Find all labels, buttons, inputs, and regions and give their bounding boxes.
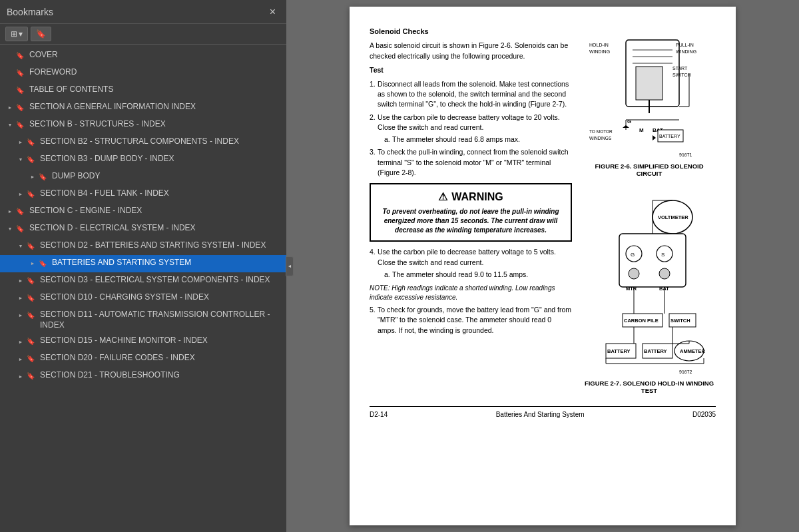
expand-icon-section-c[interactable]	[5, 207, 15, 216]
warning-box: ⚠ WARNING To prevent overheating, do not…	[370, 183, 572, 242]
pdf-right-column: HOLD-IN WINDING PULL-IN WINDING G M BAT	[583, 27, 716, 399]
expand-icon-section-d[interactable]	[5, 224, 15, 234]
expand-icon-section-b4[interactable]	[16, 190, 25, 199]
bookmark-section-d20[interactable]: SECTION D20 - FAILURE CODES - INDEX	[0, 350, 286, 368]
expand-icon-section-b3[interactable]	[16, 155, 25, 164]
bookmark-label-section-d21: SECTION D21 - TROUBLESHOOTING	[40, 370, 282, 381]
bookmark-section-b4[interactable]: SECTION B4 - FUEL TANK - INDEX	[0, 186, 286, 203]
svg-text:SWITCH: SWITCH	[672, 73, 691, 77]
bookmark-label-section-d11: SECTION D11 - AUTOMATIC TRANSMISSION CON…	[40, 310, 282, 330]
bookmark-section-b2[interactable]: SECTION B2 - STRUCTURAL COMPONENTS - IND…	[0, 134, 286, 151]
bookmark-dump-body[interactable]: DUMP BODY	[0, 168, 286, 186]
diagram-fig2-7: VOLTMETER G S MTR	[583, 190, 716, 394]
bookmark-icon-section-d10	[27, 293, 36, 302]
bookmark-icon-section-a	[16, 103, 25, 112]
svg-text:BATTERY: BATTERY	[659, 134, 680, 138]
dropdown-arrow: ▾	[19, 29, 23, 39]
bookmark-icon-section-d2	[27, 241, 36, 250]
bookmark-label-cover: COVER	[29, 50, 282, 61]
bookmark-section-d[interactable]: SECTION D - ELECTRICAL SYSTEM - INDEX	[0, 220, 286, 238]
bookmark-icon-foreword	[16, 68, 25, 77]
expand-icon-section-d20[interactable]	[16, 354, 25, 364]
bookmark-section-c[interactable]: SECTION C - ENGINE - INDEX	[0, 203, 286, 220]
expand-icon-section-d11[interactable]	[16, 311, 25, 320]
bookmark-section-d10[interactable]: SECTION D10 - CHARGING SYSTEM - INDEX	[0, 290, 286, 307]
warning-text-label: WARNING	[451, 190, 503, 204]
bookmark-tree[interactable]: COVER FOREWORD TABLE OF CONTENTS SECTION…	[0, 45, 286, 532]
svg-text:SWITCH: SWITCH	[670, 318, 690, 324]
grid-icon: ⊞	[11, 29, 17, 39]
svg-text:MTR: MTR	[626, 286, 637, 292]
bookmark-batteries-starting[interactable]: BATTERIES AND STARTING SYSTEM	[0, 255, 286, 272]
close-button[interactable]: ×	[266, 5, 280, 19]
pdf-section-title: Solenoid Checks	[370, 27, 572, 37]
bookmark-options-button[interactable]: 🔖	[31, 27, 51, 41]
pdf-sub-steps-2: The ammeter should read 6.8 amps max.	[384, 134, 572, 144]
svg-text:BATTERY: BATTERY	[607, 348, 631, 354]
footer-page-number: D2-14	[370, 411, 388, 418]
expand-icon-section-d2[interactable]	[16, 242, 25, 251]
svg-text:WINDING: WINDING	[676, 49, 696, 54]
expand-icon-section-b2[interactable]	[16, 138, 25, 147]
bookmark-icon-cover	[16, 51, 25, 60]
bookmark-section-d2[interactable]: SECTION D2 - BATTERIES AND STARTING SYST…	[0, 238, 286, 255]
bookmark-label-section-d3: SECTION D3 - ELECTRICAL SYSTEM COMPONENT…	[40, 275, 282, 286]
expand-icon-section-a[interactable]	[5, 103, 15, 113]
toolbar-row: ⊞ ▾ 🔖	[0, 24, 286, 45]
bookmark-toc[interactable]: TABLE OF CONTENTS	[0, 82, 286, 99]
bookmark-section-b[interactable]: SECTION B - STRUCTURES - INDEX	[0, 117, 286, 134]
svg-text:TO MOTOR: TO MOTOR	[589, 129, 613, 134]
svg-text:CARBON PILE: CARBON PILE	[624, 318, 659, 324]
pdf-sub-steps-4: The ammeter should read 9.0 to 11.5 amps…	[384, 270, 572, 280]
expand-icon-section-d10[interactable]	[16, 294, 25, 303]
fig2-6-caption: FIGURE 2-6. SIMPLIFIED SOLENOID CIRCUIT	[583, 162, 716, 177]
bookmark-section-d11[interactable]: SECTION D11 - AUTOMATIC TRANSMISSION CON…	[0, 307, 286, 333]
bookmark-icon-section-b3	[27, 154, 36, 164]
svg-text:START: START	[672, 66, 688, 71]
expand-icon-section-d15[interactable]	[16, 337, 25, 346]
bookmark-section-d21[interactable]: SECTION D21 - TROUBLESHOOTING	[0, 368, 286, 385]
bookmark-section-b3[interactable]: SECTION B3 - DUMP BODY - INDEX	[0, 151, 286, 168]
bookmark-icon-section-d15	[27, 336, 36, 346]
bookmark-section-a[interactable]: SECTION A GENERAL INFORMATION INDEX	[0, 99, 286, 117]
svg-text:91672: 91672	[679, 370, 692, 374]
panel-collapse-handle[interactable]	[286, 256, 294, 276]
svg-text:G: G	[631, 252, 635, 258]
pdf-step-2: Use the carbon pile to decrease battery …	[370, 113, 572, 145]
bookmark-icon-section-b4	[27, 189, 36, 198]
expand-all-button[interactable]: ⊞ ▾	[5, 27, 28, 41]
bookmark-icon: 🔖	[36, 29, 46, 39]
warning-triangle-icon: ⚠	[438, 190, 447, 204]
expand-icon-dump-body[interactable]	[28, 172, 37, 182]
pdf-test-label: Test	[370, 65, 572, 75]
bookmarks-header: Bookmarks ×	[0, 0, 286, 24]
bookmark-label-section-d20: SECTION D20 - FAILURE CODES - INDEX	[40, 353, 282, 364]
warning-body: To prevent overheating, do not leave the…	[378, 207, 564, 235]
bookmark-section-d3[interactable]: SECTION D3 - ELECTRICAL SYSTEM COMPONENT…	[0, 272, 286, 290]
bookmark-label-toc: TABLE OF CONTENTS	[29, 85, 282, 95]
solenoid-test-svg: VOLTMETER G S MTR	[586, 190, 712, 377]
pdf-intro: A basic solenoid circuit is shown in Fig…	[370, 41, 572, 61]
bookmark-foreword[interactable]: FOREWORD	[0, 65, 286, 82]
bookmark-label-section-d15: SECTION D15 - MACHINE MONITOR - INDEX	[40, 336, 282, 346]
svg-text:BATTERY: BATTERY	[644, 348, 667, 354]
bookmarks-title: Bookmarks	[7, 7, 53, 17]
svg-text:VOLTMETER: VOLTMETER	[658, 214, 688, 220]
pdf-sub-step-4a: The ammeter should read 9.0 to 11.5 amps…	[384, 270, 572, 280]
bookmark-icon-section-b2	[27, 137, 36, 146]
pdf-content[interactable]: Solenoid Checks A basic solenoid circuit…	[286, 0, 799, 532]
expand-icon-batteries-starting[interactable]	[28, 259, 37, 268]
expand-icon-section-d3[interactable]	[16, 276, 25, 286]
expand-icon-section-d21[interactable]	[16, 372, 25, 381]
bookmark-icon-section-d	[16, 224, 25, 233]
svg-point-31	[629, 268, 639, 279]
bookmark-label-section-b: SECTION B - STRUCTURES - INDEX	[29, 119, 282, 130]
expand-icon-section-b[interactable]	[5, 121, 15, 130]
pdf-step-4-text: Use the carbon pile to decrease battery …	[378, 248, 556, 266]
bookmark-section-d15[interactable]: SECTION D15 - MACHINE MONITOR - INDEX	[0, 333, 286, 350]
bookmark-icon-section-b	[16, 120, 25, 129]
svg-text:HOLD-IN: HOLD-IN	[589, 43, 609, 47]
bookmark-cover[interactable]: COVER	[0, 47, 286, 65]
bookmark-icon-dump-body	[39, 172, 48, 181]
bookmark-label-section-a: SECTION A GENERAL INFORMATION INDEX	[29, 102, 282, 113]
